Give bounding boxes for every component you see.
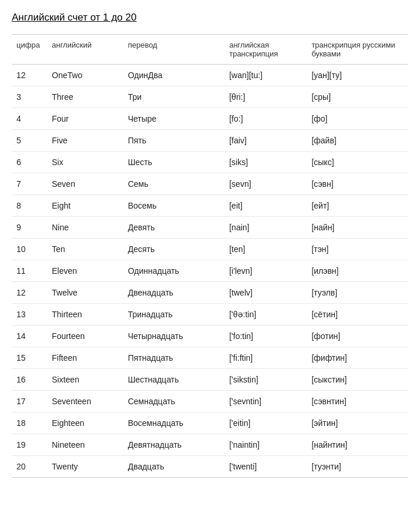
- table-row: 16SixteenШестнадцать['sikstin][сыкстин]: [12, 369, 408, 391]
- cell-transcription-en: [faiv]: [224, 130, 307, 152]
- cell-transcription-en: ['naintin]: [224, 434, 307, 456]
- cell-num: 11: [12, 260, 47, 282]
- cell-english: Six: [47, 152, 123, 173]
- cell-transcription-ru: [сэвнтин]: [307, 391, 408, 412]
- cell-translation: Восемнадцать: [123, 412, 225, 434]
- cell-english: Fifteen: [47, 347, 123, 369]
- cell-transcription-en: ['θə:tin]: [224, 304, 307, 326]
- cell-translation: Четырнадцать: [123, 326, 225, 347]
- cell-english: OneTwo: [47, 65, 123, 86]
- cell-translation: Двенадцать: [123, 282, 225, 304]
- cell-transcription-ru: [сётин]: [307, 304, 408, 326]
- page-title: Английский счет от 1 до 20: [12, 12, 408, 24]
- cell-english: Nine: [47, 217, 123, 239]
- cell-num: 18: [12, 412, 47, 434]
- cell-transcription-ru: [сыкс]: [307, 152, 408, 173]
- cell-transcription-en: ['sikstin]: [224, 369, 307, 391]
- header-translation: перевод: [123, 35, 225, 65]
- table-row: 9NineДевять[nain][найн]: [12, 217, 408, 239]
- cell-transcription-ru: [тэн]: [307, 239, 408, 260]
- table-row: 7SevenСемь[sevn][сэвн]: [12, 173, 408, 195]
- cell-transcription-en: [siks]: [224, 152, 307, 173]
- cell-english: Four: [47, 108, 123, 130]
- cell-transcription-ru: [сыкстин]: [307, 369, 408, 391]
- cell-transcription-ru: [ейт]: [307, 195, 408, 217]
- header-english: английский: [47, 35, 123, 65]
- cell-transcription-en: [wan][tu:]: [224, 65, 307, 86]
- cell-transcription-en: [sevn]: [224, 173, 307, 195]
- table-row: 3ThreeТри[θri:][сры]: [12, 86, 408, 108]
- cell-transcription-ru: [фотин]: [307, 326, 408, 347]
- cell-translation: ОдинДва: [123, 65, 225, 86]
- cell-transcription-ru: [найн]: [307, 217, 408, 239]
- cell-translation: Девять: [123, 217, 225, 239]
- cell-transcription-en: [twelv]: [224, 282, 307, 304]
- cell-transcription-en: [eit]: [224, 195, 307, 217]
- table-row: 14FourteenЧетырнадцать['fo:tin][фотин]: [12, 326, 408, 347]
- table-row: 15FifteenПятнадцать['fi:ftin][фифтин]: [12, 347, 408, 369]
- table-row: 8EightВосемь[eit][ейт]: [12, 195, 408, 217]
- cell-english: Nineteen: [47, 434, 123, 456]
- cell-translation: Девятнадцать: [123, 434, 225, 456]
- cell-transcription-ru: [туэлв]: [307, 282, 408, 304]
- cell-translation: Двадцать: [123, 456, 225, 478]
- cell-translation: Пять: [123, 130, 225, 152]
- numbers-table: цифра английский перевод английская тран…: [12, 34, 408, 478]
- cell-transcription-en: [ten]: [224, 239, 307, 260]
- table-row: 13ThirteenТринадцать['θə:tin][сётин]: [12, 304, 408, 326]
- cell-num: 10: [12, 239, 47, 260]
- cell-english: Eleven: [47, 260, 123, 282]
- cell-english: Eighteen: [47, 412, 123, 434]
- table-row: 12TwelveДвенадцать[twelv][туэлв]: [12, 282, 408, 304]
- cell-transcription-ru: [файв]: [307, 130, 408, 152]
- cell-translation: Шесть: [123, 152, 225, 173]
- cell-english: Five: [47, 130, 123, 152]
- table-row: 17SeventeenСемнадцать['sevntin][сэвнтин]: [12, 391, 408, 412]
- cell-translation: Семнадцать: [123, 391, 225, 412]
- cell-num: 4: [12, 108, 47, 130]
- cell-transcription-en: ['fi:ftin]: [224, 347, 307, 369]
- table-row: 12OneTwoОдинДва[wan][tu:][уан][ту]: [12, 65, 408, 86]
- cell-transcription-ru: [найнтин]: [307, 434, 408, 456]
- table-header-row: цифра английский перевод английская тран…: [12, 35, 408, 65]
- header-transcription-en: английская транскрипция: [224, 35, 307, 65]
- cell-translation: Восемь: [123, 195, 225, 217]
- header-transcription-ru: транскрипция русскими буквами: [307, 35, 408, 65]
- cell-num: 17: [12, 391, 47, 412]
- cell-english: Twelve: [47, 282, 123, 304]
- cell-english: Thirteen: [47, 304, 123, 326]
- cell-transcription-en: ['twenti]: [224, 456, 307, 478]
- cell-num: 13: [12, 304, 47, 326]
- table-row: 20TwentyДвадцать['twenti][туэнти]: [12, 456, 408, 478]
- cell-translation: Три: [123, 86, 225, 108]
- cell-num: 9: [12, 217, 47, 239]
- cell-transcription-ru: [уан][ту]: [307, 65, 408, 86]
- cell-num: 12: [12, 65, 47, 86]
- cell-transcription-en: [θri:]: [224, 86, 307, 108]
- cell-english: Ten: [47, 239, 123, 260]
- cell-num: 12: [12, 282, 47, 304]
- cell-num: 16: [12, 369, 47, 391]
- table-row: 6SixШесть[siks][сыкс]: [12, 152, 408, 173]
- cell-english: Sixteen: [47, 369, 123, 391]
- header-num: цифра: [12, 35, 47, 65]
- cell-num: 3: [12, 86, 47, 108]
- cell-num: 6: [12, 152, 47, 173]
- cell-transcription-ru: [туэнти]: [307, 456, 408, 478]
- cell-transcription-en: ['sevntin]: [224, 391, 307, 412]
- cell-english: Twenty: [47, 456, 123, 478]
- cell-english: Eight: [47, 195, 123, 217]
- cell-translation: Четыре: [123, 108, 225, 130]
- cell-num: 5: [12, 130, 47, 152]
- table-row: 5FiveПять[faiv][файв]: [12, 130, 408, 152]
- cell-translation: Одиннадцать: [123, 260, 225, 282]
- cell-transcription-ru: [фо]: [307, 108, 408, 130]
- cell-translation: Пятнадцать: [123, 347, 225, 369]
- cell-translation: Десять: [123, 239, 225, 260]
- cell-num: 7: [12, 173, 47, 195]
- cell-transcription-en: [fo:]: [224, 108, 307, 130]
- cell-transcription-ru: [сэвн]: [307, 173, 408, 195]
- cell-num: 19: [12, 434, 47, 456]
- cell-transcription-en: [i'levn]: [224, 260, 307, 282]
- cell-english: Seventeen: [47, 391, 123, 412]
